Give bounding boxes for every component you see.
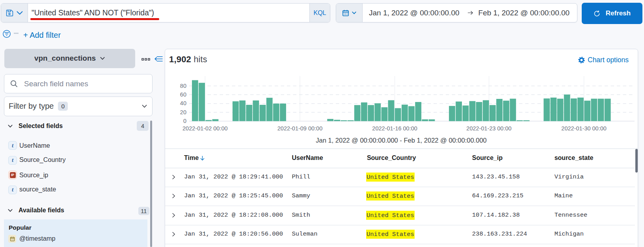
svg-text:60: 60 [180, 91, 186, 98]
svg-text:2022-01-09 00:00: 2022-01-09 00:00 [277, 125, 323, 132]
svg-text:2022-01-30 00:00: 2022-01-30 00:00 [561, 125, 607, 132]
svg-text:40: 40 [180, 100, 186, 106]
svg-text:80: 80 [180, 83, 186, 89]
svg-text:2022-01-23 00:00: 2022-01-23 00:00 [466, 125, 512, 132]
svg-text:2022-01-02 00:00: 2022-01-02 00:00 [182, 125, 228, 132]
svg-text:20: 20 [180, 109, 186, 115]
svg-text:2022-01-16 00:00: 2022-01-16 00:00 [372, 125, 417, 132]
svg-text:0: 0 [183, 118, 186, 124]
